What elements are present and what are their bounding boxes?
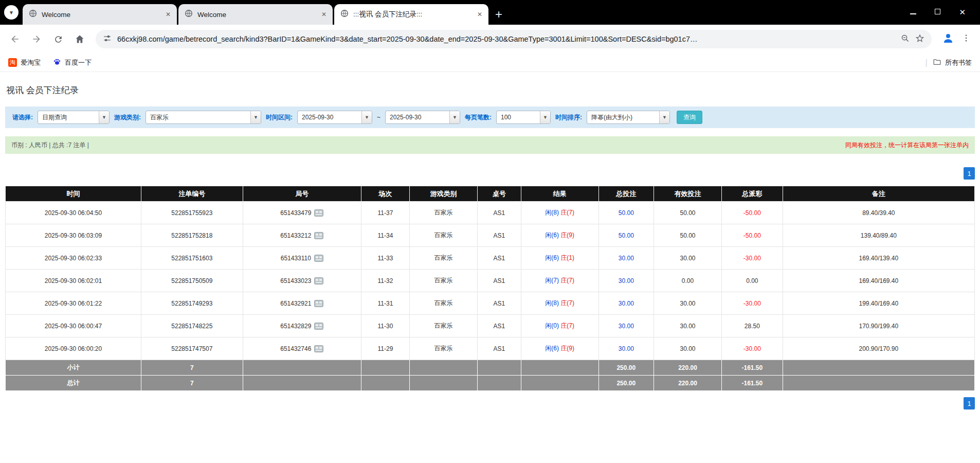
tab-bet-records-active[interactable]: :::视讯 会员下注纪录::: ✕ [334,4,488,25]
cell-valid-bet: 30.00 [654,315,722,337]
all-bookmarks-label: 所有书签 [945,58,972,67]
bet-records-table: 时间 注单编号 局号 场次 游戏类别 桌号 结果 总投注 有效投注 总派彩 备注… [5,186,975,391]
per-page-dropdown[interactable]: 100 ▼ [496,111,551,124]
summary-info-bar: 币别 : 人民币 | 总共 :7 注单 | 同局有效投注，统一计算在该局第一张注… [5,136,975,154]
chevron-down-icon[interactable]: ▼ [250,111,261,123]
date-start-dropdown[interactable]: 2025-09-30 ▼ [297,111,372,124]
cell-game-type: 百家乐 [410,247,478,270]
address-bar[interactable]: 66cxkj98.com/game/betrecord_search/kind3… [96,30,932,48]
sort-order-dropdown[interactable]: 降幂(由大到小) ▼ [587,111,670,124]
empty-cell [783,360,974,376]
cell-bet-id: 522851755923 [141,202,243,224]
new-tab-button[interactable]: + [490,4,507,25]
close-tab-icon[interactable]: ✕ [164,10,173,19]
toolbar-right [938,32,975,46]
cell-session: 11-33 [361,247,409,270]
all-bookmarks-button[interactable]: 所有书签 [933,58,972,68]
tab-search-button[interactable]: ▼ [4,5,19,20]
close-tab-icon[interactable]: ✕ [475,10,484,19]
cell-time: 2025-09-30 06:00:47 [6,315,141,337]
cell-result: 闲(6) 庄(9) [521,224,598,247]
page-1-button[interactable]: 1 [964,167,975,180]
bookmark-star-icon[interactable] [915,33,924,45]
chevron-down-icon[interactable]: ▼ [361,111,372,123]
chevron-down-icon[interactable]: ▼ [449,111,460,123]
result-banker: 庄(7) [560,299,574,307]
filter-label-per-page: 每页笔数: [465,113,492,122]
close-window-button[interactable]: ✕ [959,8,966,16]
date-end-dropdown[interactable]: 2025-09-30 ▼ [385,111,460,124]
tab-welcome-1[interactable]: Welcome ✕ [23,4,177,25]
maximize-button[interactable] [935,7,940,16]
result-player: 闲(6) [545,232,559,239]
empty-cell [410,360,478,376]
cell-result: 闲(8) 庄(7) [521,292,598,315]
round-replay-icon[interactable] [314,323,323,330]
result-player: 闲(8) [545,209,559,216]
filter-label-game-type: 游戏类别: [114,113,141,122]
search-button[interactable]: 查询 [677,111,702,124]
cell-note: 200.90/170.90 [783,337,974,360]
chevron-down-icon[interactable]: ▼ [659,111,669,123]
cell-game-type: 百家乐 [410,224,478,247]
round-replay-icon[interactable] [314,209,323,217]
empty-cell [410,376,478,391]
page-1-button[interactable]: 1 [964,397,975,409]
result-player: 闲(0) [545,322,559,329]
bookmark-taobao[interactable]: 淘 爱淘宝 [8,58,41,67]
cell-payout: -50.00 [721,224,783,247]
cell-total-bet[interactable]: 30.00 [598,315,654,337]
round-replay-icon[interactable] [314,232,323,239]
tab-bar: ▼ Welcome ✕ Welcome ✕ :::视讯 会员下注纪录::: ✕ … [0,0,980,25]
menu-dots-icon[interactable] [961,33,971,45]
pagination-bottom: 1 [5,397,975,409]
reload-button[interactable] [48,29,68,49]
zoom-icon[interactable] [901,34,910,45]
round-replay-icon[interactable] [314,255,323,262]
close-tab-icon[interactable]: ✕ [319,10,329,19]
empty-cell [521,376,598,391]
chevron-down-icon[interactable]: ▼ [99,111,109,123]
col-header-bet-id: 注单编号 [141,186,243,202]
cell-total-bet[interactable]: 30.00 [598,337,654,360]
result-player: 闲(8) [545,299,559,307]
chevron-down-icon[interactable]: ▼ [540,111,550,123]
bookmark-baidu[interactable]: 百度一下 [53,58,92,67]
cell-time: 2025-09-30 06:02:33 [6,247,141,270]
game-type-dropdown[interactable]: 百家乐 ▼ [146,111,261,124]
cell-total-bet[interactable]: 30.00 [598,292,654,315]
cell-total-bet[interactable]: 50.00 [598,202,654,224]
cell-game-type: 百家乐 [410,337,478,360]
cell-round: 651432746 [243,337,361,360]
back-button[interactable] [5,29,25,49]
grand-total-payout: -161.50 [721,376,783,391]
grand-total-label: 总计 [6,376,141,391]
cell-note: 199.40/169.40 [783,292,974,315]
table-row: 2025-09-30 06:04:50 522851755923 6514334… [6,202,975,224]
home-button[interactable] [70,29,89,49]
minimize-button[interactable] [910,7,916,16]
site-info-icon[interactable] [103,34,112,45]
cell-total-bet[interactable]: 30.00 [598,270,654,292]
cell-round: 651433023 [243,270,361,292]
col-header-result: 结果 [521,186,598,202]
url-text[interactable]: 66cxkj98.com/game/betrecord_search/kind3… [117,35,895,43]
cell-total-bet[interactable]: 30.00 [598,247,654,270]
col-header-round: 局号 [243,186,361,202]
round-replay-icon[interactable] [314,345,323,352]
cell-bet-id: 522851749293 [141,292,243,315]
round-replay-icon[interactable] [314,277,323,284]
valid-bet-notice: 同局有效投注，统一计算在该局第一张注单内 [845,141,969,150]
cell-table-no: AS1 [477,292,521,315]
empty-cell [783,376,974,391]
cell-result: 闲(6) 庄(1) [521,247,598,270]
profile-avatar[interactable] [942,32,954,46]
sort-order-value: 降幂(由大到小) [587,113,659,122]
table-row: 2025-09-30 06:02:33 522851751603 6514331… [6,247,975,270]
forward-button[interactable] [27,29,46,49]
cell-total-bet[interactable]: 50.00 [598,224,654,247]
cell-time: 2025-09-30 06:03:09 [6,224,141,247]
round-replay-icon[interactable] [314,300,323,307]
query-type-dropdown[interactable]: 日期查询 ▼ [38,111,110,124]
tab-welcome-2[interactable]: Welcome ✕ [178,4,333,25]
